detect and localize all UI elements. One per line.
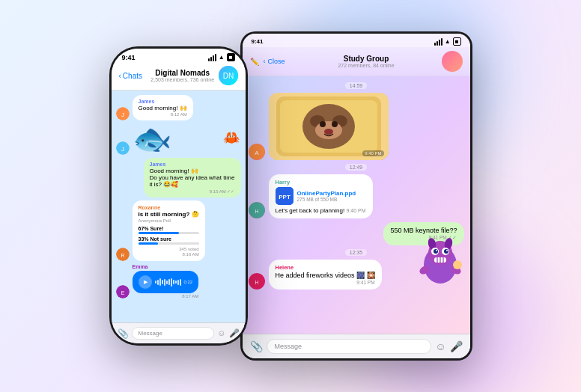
tablet-time: 9:41 [252, 38, 264, 45]
phone-header-center: Digital Nomads 2,503 members, 736 online [147, 69, 219, 82]
avatar: H [249, 273, 265, 290]
table-row: J James Good morning! 🙌 8:12 AM [116, 95, 241, 120]
table-row: J 🐟 🦀 [116, 123, 241, 155]
poll-bubble: Roxanne Is it still morning? 🤔 Anonymous… [133, 200, 205, 261]
tablet-header: ✏️ ‹ Close Study Group 272 members, 84 o… [243, 47, 470, 76]
svg-text:DN: DN [222, 72, 233, 80]
message-text: Good morning! 🙌 [139, 105, 187, 111]
wifi-icon: ▲ [219, 54, 225, 61]
tablet-chat-area: 14:59 A [243, 76, 470, 334]
table-row: E Emma ▶ [116, 264, 241, 298]
tablet-chat-subtitle: 272 members, 84 online [291, 63, 442, 68]
wifi-icon: ▲ [445, 38, 451, 45]
battery-icon: ■ [227, 53, 235, 61]
svg-text:PPT: PPT [279, 194, 290, 200]
play-icon: ▶ [144, 279, 147, 285]
avatar: A [249, 144, 265, 160]
chevron-left-icon: ‹ [119, 72, 121, 80]
message-input[interactable]: Message [132, 327, 215, 340]
message-bubble: Helene He added fireworks videos 🎆 🎇 9:4… [269, 260, 382, 290]
message-time: 9:41 PM [276, 280, 375, 285]
poll-option[interactable]: 67% Sure! [139, 226, 199, 234]
audio-sender: Emma [133, 264, 199, 269]
timestamp-label: 12:35 [345, 249, 368, 256]
avatar: J [116, 141, 130, 155]
svg-rect-46 [454, 266, 461, 269]
input-placeholder: Message [139, 330, 162, 337]
svg-text:R: R [121, 253, 124, 258]
svg-text:H: H [255, 280, 258, 285]
poll-type: Anonymous Poll [139, 218, 199, 223]
file-size: 275 MB of 550 MB [297, 197, 366, 202]
message-time: 8:12 AM [139, 112, 187, 117]
image-message: 9:40 PM [269, 93, 389, 160]
svg-text:E: E [121, 290, 124, 295]
tablet-compose-area: ✏️ [250, 58, 259, 66]
phone-screen: 9:41 ▲ ■ ‹ Chats [112, 49, 246, 343]
table-row: James Good morning! 🙌Do you have any ide… [116, 158, 241, 197]
audio-bubble[interactable]: ▶ [133, 271, 199, 293]
close-button[interactable]: ‹ Close [264, 58, 285, 65]
avatar: R [116, 248, 130, 261]
svg-text:J: J [121, 111, 124, 118]
message-time: 8:15 AM ✓✓ [150, 189, 235, 194]
avatar: E [116, 285, 130, 298]
phone-chat-area: J James Good morning! 🙌 8:12 AM J 🐟 [112, 91, 246, 322]
file-info: OnlinePartyPlan.ppd 275 MB of 550 MB [297, 190, 366, 202]
compose-icon[interactable]: ✏️ [250, 58, 259, 66]
svg-point-19 [320, 121, 326, 127]
poll-sender: Roxanne [139, 205, 199, 210]
emoji-icon[interactable]: ☺ [217, 328, 225, 338]
message-bubble: James Good morning! 🙌 8:12 AM [133, 95, 193, 120]
svg-point-20 [332, 121, 338, 127]
input-placeholder: Message [275, 343, 302, 350]
phone-chat-title: Digital Nomads [147, 69, 219, 77]
signal-icon [434, 38, 442, 46]
tablet-screen: 9:41 ▲ ■ ✏️ ‹ [243, 34, 470, 358]
svg-point-35 [444, 249, 448, 254]
table-row: A [249, 93, 464, 160]
poll-option[interactable]: 33% Not sure [139, 236, 199, 245]
audio-waveform [155, 278, 181, 287]
phone-time: 9:41 [122, 54, 136, 61]
tablet-status-icons: ▲ ■ [434, 37, 461, 46]
svg-text:A: A [255, 150, 259, 156]
battery-icon: ■ [453, 37, 461, 46]
mic-icon[interactable]: 🎤 [450, 340, 463, 352]
back-label: Chats [123, 72, 142, 80]
input-icons: ☺ 🎤 [217, 328, 239, 338]
message-time: 8:17 AM [133, 294, 199, 298]
signal-icon [208, 54, 216, 61]
svg-point-34 [434, 249, 438, 254]
message-sender: James [139, 99, 187, 104]
file-message-text: Let's get back to planning! 9:40 PM [276, 207, 366, 214]
poll-votes: 345 voted [139, 247, 199, 251]
phone-group-avatar[interactable]: DN [219, 66, 238, 85]
message-text: He added fireworks videos 🎆 🎇 [276, 272, 375, 279]
back-button[interactable]: ‹ Chats [119, 72, 142, 80]
svg-point-37 [446, 250, 448, 251]
fish-sticker: 🐟 [133, 123, 171, 155]
crab-sticker: 🦀 [223, 129, 240, 146]
table-row: H Harry PPT OnlinePar [249, 174, 464, 218]
attach-icon[interactable]: 📎 [250, 340, 263, 352]
file-sender: Harry [276, 179, 366, 186]
poll-question: Is it still morning? 🤔 [139, 211, 199, 218]
phone-statusbar: 9:41 ▲ ■ [112, 49, 246, 63]
chevron-left-icon: ‹ [264, 58, 266, 65]
svg-text:H: H [255, 209, 258, 214]
phone-device: 9:41 ▲ ■ ‹ Chats [109, 46, 248, 346]
tablet-message-input[interactable]: Message [267, 339, 432, 354]
timestamp-label: 12:49 [345, 164, 368, 171]
image-time: 9:40 PM [362, 150, 383, 156]
mic-icon[interactable]: 🎤 [229, 328, 240, 338]
attach-icon[interactable]: 📎 [118, 328, 129, 339]
emoji-icon[interactable]: ☺ [435, 340, 445, 352]
file-row: PPT OnlinePartyPlan.ppd 275 MB of 550 MB [276, 187, 366, 205]
poll-percent: 33% Not sure [139, 236, 199, 242]
tablet-group-avatar[interactable] [442, 51, 463, 72]
message-bubble-outgoing: James Good morning! 🙌Do you have any ide… [144, 158, 241, 197]
file-type-icon: PPT [276, 187, 293, 205]
toast-image: 9:40 PM [269, 93, 389, 160]
play-button[interactable]: ▶ [139, 275, 152, 289]
